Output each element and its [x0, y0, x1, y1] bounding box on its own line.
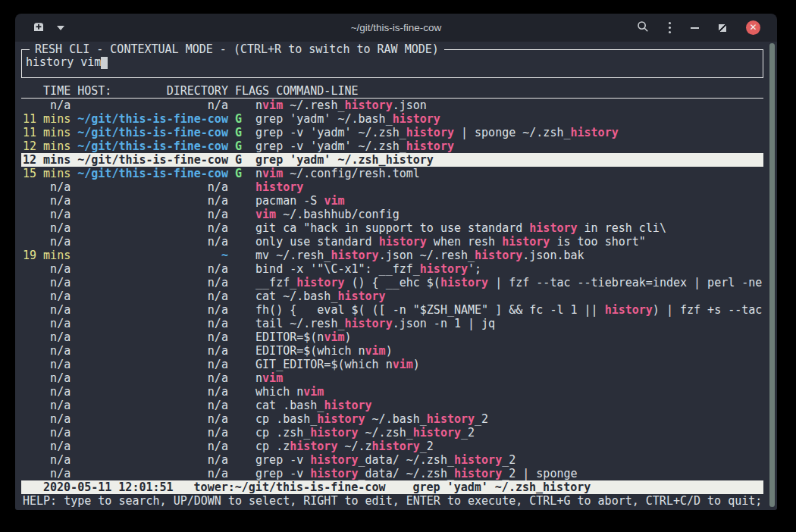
- history-row[interactable]: n/a n/a cat .bash_history: [21, 399, 763, 412]
- match-highlight: history: [344, 99, 392, 112]
- row-command: grep -v 'yadm' ~/.zsh_history: [255, 139, 454, 153]
- row-directory: n/a: [77, 399, 228, 412]
- kebab-menu-icon: [669, 22, 672, 34]
- row-directory: n/a: [77, 180, 228, 194]
- history-row[interactable]: n/a n/a only use standard history when r…: [21, 235, 763, 249]
- match-highlight: history: [310, 467, 358, 480]
- match-highlight: history: [344, 317, 392, 330]
- history-row[interactable]: n/a n/a nvim: [21, 371, 763, 385]
- row-flags: [235, 426, 242, 440]
- row-time: n/a: [23, 467, 71, 480]
- history-table-header: TIME HOST: DIRECTORY FLAGS COMMAND-LINE: [21, 85, 763, 99]
- row-directory: ~: [77, 249, 228, 262]
- menu-button[interactable]: [669, 22, 672, 34]
- history-row[interactable]: n/a n/a bind -x '"\C-x1": __fzf_history'…: [21, 262, 763, 276]
- row-flags: [235, 467, 242, 480]
- resh-search-box: RESH CLI - CONTEXTUAL MODE - (CTRL+R to …: [21, 49, 763, 78]
- match-highlight: vim: [303, 385, 324, 399]
- history-row[interactable]: n/a n/a EDITOR=$(which nvim): [21, 344, 763, 358]
- history-row[interactable]: n/a n/a grep -v history_data/ ~/.zsh_his…: [21, 467, 763, 480]
- history-row[interactable]: 15 mins ~/git/this-is-fine-cow G nvim ~/…: [21, 167, 763, 180]
- row-directory: n/a: [77, 303, 228, 317]
- row-flags: G: [235, 112, 242, 126]
- row-time: n/a: [23, 289, 71, 303]
- history-row[interactable]: n/a n/a which nvim: [21, 385, 763, 399]
- row-time: n/a: [23, 330, 71, 344]
- match-highlight: history: [393, 112, 440, 126]
- row-directory: n/a: [77, 235, 228, 249]
- row-time: 12 mins: [23, 153, 71, 167]
- match-highlight: history: [427, 412, 475, 426]
- row-command: vim ~/.bashhub/config: [255, 208, 400, 221]
- restore-icon: [719, 24, 726, 32]
- row-flags: [235, 440, 242, 453]
- row-command: __fzf_history () { __ehc $(history | fzf…: [255, 276, 762, 289]
- row-flags: [235, 303, 242, 317]
- history-row[interactable]: n/a n/a nvim ~/.resh_history.json: [21, 99, 763, 112]
- row-flags: [235, 371, 242, 385]
- row-directory: n/a: [77, 467, 228, 480]
- match-highlight: vim: [393, 358, 413, 371]
- history-row[interactable]: 12 mins ~/git/this-is-fine-cow G grep -v…: [21, 139, 763, 153]
- restore-button[interactable]: [719, 24, 726, 32]
- row-directory: n/a: [77, 208, 228, 221]
- history-row[interactable]: n/a n/a vim ~/.bashhub/config: [21, 208, 763, 221]
- row-time: n/a: [23, 426, 71, 440]
- history-row[interactable]: n/a n/a EDITOR=$(nvim): [21, 330, 763, 344]
- match-highlight: history: [454, 453, 502, 467]
- history-row[interactable]: n/a n/a git ca "hack in support to use s…: [21, 221, 763, 235]
- search-button[interactable]: [637, 20, 649, 35]
- history-row[interactable]: 11 mins ~/git/this-is-fine-cow G grep -v…: [21, 126, 763, 139]
- history-row[interactable]: n/a n/a grep -v history_data/ ~/.zsh_his…: [21, 453, 763, 467]
- row-flags: G: [235, 126, 242, 139]
- row-directory: n/a: [77, 453, 228, 467]
- row-time: 11 mins: [23, 126, 71, 139]
- history-row[interactable]: n/a n/a __fzf_history () { __ehc $(histo…: [21, 276, 763, 289]
- history-row[interactable]: n/a n/a GIT_EDITOR=$(which nvim): [21, 358, 763, 371]
- history-row[interactable]: n/a n/a cp .zsh_history ~/.zsh_history_2: [21, 426, 763, 440]
- row-directory: ~/git/this-is-fine-cow: [77, 139, 228, 153]
- history-row[interactable]: n/a n/a pacman -S vim: [21, 194, 763, 208]
- minimize-button[interactable]: [691, 27, 699, 29]
- history-row[interactable]: 11 mins ~/git/this-is-fine-cow G grep 'y…: [21, 112, 763, 126]
- row-flags: [235, 194, 242, 208]
- row-command: which nvim: [255, 385, 324, 399]
- row-time: n/a: [23, 344, 71, 358]
- titlebar: ~/git/this-is-fine-cow: [15, 14, 777, 42]
- row-command: nvim ~/.config/resh.toml: [255, 167, 420, 180]
- row-flags: [235, 358, 242, 371]
- tab-dropdown-button[interactable]: [57, 26, 64, 30]
- match-highlight: history: [310, 453, 358, 467]
- close-button[interactable]: ✕: [746, 20, 760, 35]
- row-flags: [235, 221, 242, 235]
- row-flags: [235, 399, 242, 412]
- history-row[interactable]: 12 mins ~/git/this-is-fine-cow G grep 'y…: [21, 153, 763, 167]
- match-highlight: history: [571, 126, 619, 139]
- row-time: 15 mins: [23, 167, 71, 180]
- close-icon: ✕: [746, 20, 760, 35]
- match-highlight: vim: [324, 330, 344, 344]
- new-tab-button[interactable]: [32, 20, 45, 36]
- row-time: n/a: [23, 262, 71, 276]
- history-row[interactable]: n/a n/a cat ~/.bash_history: [21, 289, 763, 303]
- history-row[interactable]: n/a n/a fh() { eval $( ([ -n "$ZSH_NAME"…: [21, 303, 763, 317]
- match-highlight: history: [386, 153, 434, 167]
- history-row[interactable]: n/a n/a cp .bash_history ~/.bash_history…: [21, 412, 763, 426]
- status-date: 2020-05-11 12:01:51: [43, 480, 174, 494]
- row-command: EDITOR=$(which nvim): [255, 344, 393, 358]
- history-row[interactable]: n/a n/a tail ~/.resh_history.json -n 1 |…: [21, 317, 763, 330]
- row-command: only use standard history when resh hist…: [255, 235, 646, 249]
- row-flags: [235, 317, 242, 330]
- history-row[interactable]: n/a n/a history: [21, 180, 763, 194]
- row-command: cp .zhistory ~/.zhistory_2: [255, 440, 434, 453]
- text-cursor: [101, 57, 108, 69]
- row-time: n/a: [23, 99, 71, 112]
- scrollbar-thumb[interactable]: [769, 43, 775, 507]
- match-highlight: history: [337, 289, 385, 303]
- row-time: n/a: [23, 221, 71, 235]
- row-command: pacman -S vim: [255, 194, 344, 208]
- history-row[interactable]: 19 mins ~ mv ~/.resh_history.json ~/.res…: [21, 249, 763, 262]
- row-directory: n/a: [77, 194, 228, 208]
- match-highlight: history: [529, 221, 577, 235]
- history-row[interactable]: n/a n/a cp .zhistory ~/.zhistory_2: [21, 440, 763, 453]
